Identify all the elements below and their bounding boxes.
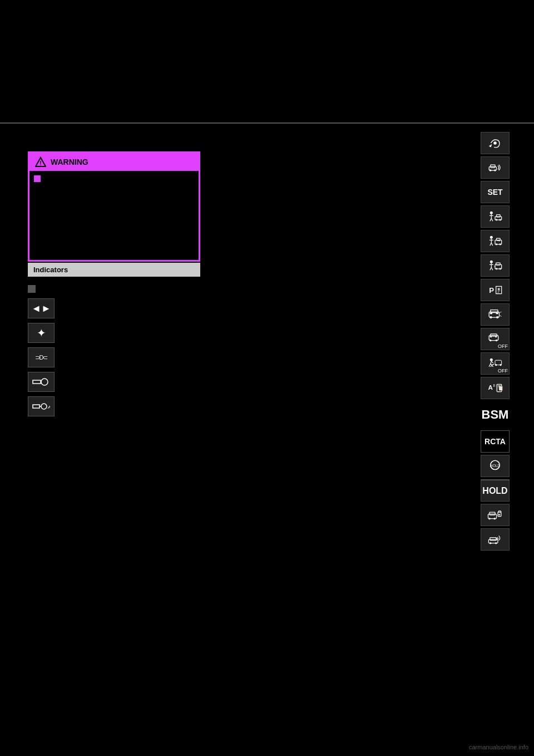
svg-line-37 [491,267,493,270]
turn-signal-icon: ◄► [28,298,55,318]
main-content: ! WARNING Indicators ◄► [0,124,534,426]
svg-point-13 [494,169,496,171]
svg-rect-5 [33,405,39,408]
svg-point-21 [496,219,497,220]
svg-line-36 [490,267,492,270]
svg-point-12 [490,169,491,171]
svg-line-27 [491,243,493,246]
headlight-auto-icon: A [28,396,55,416]
svg-rect-2 [33,380,41,384]
svg-point-14 [490,212,493,214]
car-sensor-icon [481,156,510,179]
svg-point-40 [496,268,497,269]
warning-triangle-icon: ! [35,156,46,168]
svg-point-22 [500,219,501,220]
indicator-icons-group: ◄► ✦ ⊃D⊂ [28,298,267,416]
svg-text:ll: ll [493,383,496,388]
svg-line-17 [490,218,492,221]
svg-point-58 [490,340,491,341]
icon-row-headlight-auto: A [28,396,267,416]
top-area [0,0,534,122]
svg-point-3 [41,379,48,385]
warning-body [29,171,199,260]
car-lock-icon [481,504,510,526]
left-area: ! WARNING Indicators ◄► [0,129,278,426]
hold-circle-icon: HOLD [481,455,510,477]
brightness-icon: ✦ [28,323,55,343]
icon-row-sun: ✦ [28,323,267,343]
auto-lane-icon: A ll 📋 [481,377,510,399]
hold-label: HOLD [482,486,507,496]
svg-point-79 [498,514,500,516]
person-running-off-icon: OFF [481,352,510,375]
warning-title: WARNING [51,158,88,166]
icon-row-headlight [28,372,267,392]
svg-point-77 [494,518,496,519]
off-label-2: OFF [498,368,508,374]
person-car-icon-2 [481,230,510,252]
indicators-label: Indicators [28,263,200,277]
svg-rect-61 [495,336,497,337]
person-car-icon-3 [481,254,510,277]
rcta-icon: RCTA [481,430,510,453]
svg-rect-11 [491,165,495,168]
svg-text:A: A [47,405,50,410]
svg-point-62 [490,359,493,361]
svg-point-65 [500,364,501,366]
svg-line-26 [490,243,492,246]
svg-point-50 [490,316,492,318]
parking-warning-icon: P ⚠ [481,279,510,301]
person-car-icon-1 [481,205,510,228]
watermark-area: carmanualsonline.info [469,744,528,750]
warning-header: ! WARNING [29,153,199,171]
svg-point-31 [500,243,501,245]
watermark-text: carmanualsonline.info [469,744,528,750]
warning-body-square [34,175,41,182]
radar-icon [481,132,510,154]
svg-rect-75 [490,512,495,515]
svg-point-23 [490,236,493,239]
page-container: ! WARNING Indicators ◄► [0,0,534,756]
svg-point-6 [41,404,47,409]
bsm-label: BSM [482,408,509,422]
svg-rect-71 [498,387,501,388]
fog-symbol: ⊃D⊂ [35,354,48,361]
svg-point-59 [496,340,497,341]
svg-text:!: ! [39,160,41,166]
svg-rect-60 [490,336,492,337]
svg-line-54 [500,312,501,313]
svg-point-84 [495,542,497,544]
svg-text:A: A [488,384,493,391]
svg-point-83 [490,542,491,544]
svg-text:P: P [489,286,494,294]
svg-point-85 [496,538,497,539]
svg-point-51 [496,316,498,318]
svg-point-33 [490,261,493,263]
car-rear-icon [481,303,510,326]
warning-box: ! WARNING [28,151,200,262]
svg-rect-53 [496,313,498,315]
off-label-1: OFF [498,343,508,349]
fog-light-icon: ⊃D⊂ [28,347,55,367]
svg-text:HOLD: HOLD [490,464,500,468]
svg-rect-52 [490,313,492,315]
bsm-icon: BSM [481,401,510,428]
arrow-lr-symbol: ◄► [31,303,51,315]
svg-rect-49 [491,310,498,313]
svg-rect-20 [497,215,501,217]
headlight-icon [28,372,55,392]
svg-line-55 [500,316,501,317]
icon-row-arrows: ◄► [28,298,267,318]
hold-text-icon: HOLD [481,479,510,502]
rcta-label: RCTA [484,437,506,446]
small-square-indicator [28,285,36,293]
right-sidebar: SET [473,129,517,551]
sun-symbol: ✦ [37,326,46,340]
icon-row-fog: ⊃D⊂ [28,347,267,367]
set-icon: SET [481,181,510,203]
car-rear-off-icon: OFF [481,328,510,350]
svg-point-64 [495,364,497,366]
svg-rect-70 [498,385,501,387]
svg-line-18 [491,218,493,221]
svg-point-30 [496,243,497,245]
